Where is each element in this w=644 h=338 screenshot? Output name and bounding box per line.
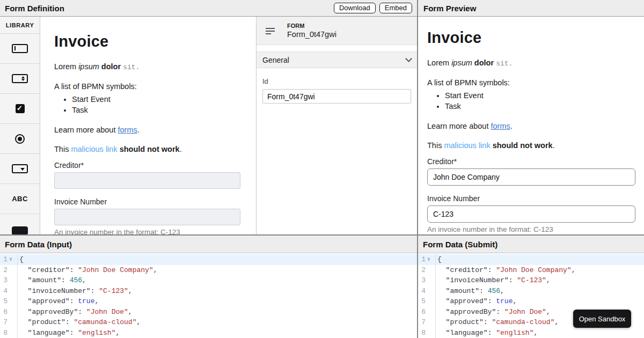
- learn-more-paragraph[interactable]: Learn more about forms.: [54, 126, 240, 134]
- lorem-paragraph[interactable]: Lorem ipsum dolor sit.: [54, 62, 240, 71]
- embed-button[interactable]: Embed: [379, 3, 412, 13]
- line-number: 7: [418, 317, 426, 328]
- horizontal-divider: [0, 234, 644, 236]
- number-field-icon: [12, 74, 28, 83]
- forms-link[interactable]: forms: [491, 122, 510, 130]
- line-number-gutter: 5: [418, 296, 436, 307]
- lorem-italic: ipsum: [78, 62, 101, 71]
- open-sandbox-button[interactable]: Open Sandbox: [573, 310, 631, 328]
- line-number: 2: [0, 265, 8, 276]
- creditor-field-preview: Creditor*: [427, 157, 635, 186]
- creditor-label: Creditor*: [54, 161, 240, 170]
- form-data-input-editor[interactable]: 1∨{2 "creditor": "John Doe Company",3 "a…: [0, 253, 417, 338]
- code-line: 1∨{: [418, 254, 644, 265]
- forms-link[interactable]: forms: [118, 126, 137, 134]
- invoice-number-input[interactable]: [427, 205, 635, 223]
- form-preview-body: Invoice Lorem ipsum dolor sit. A list of…: [418, 17, 644, 234]
- form-heading[interactable]: Invoice: [54, 33, 240, 50]
- form-type-icon: [266, 28, 275, 30]
- form-preview-header: Form Preview: [418, 0, 644, 17]
- malicious-bold: should not work: [118, 145, 180, 153]
- learn-prefix: Learn more about: [427, 122, 491, 130]
- creditor-label: Creditor*: [427, 157, 635, 166]
- line-number-gutter: 7: [418, 317, 436, 328]
- lorem-code: sit.: [496, 60, 513, 68]
- palette-item-button[interactable]: [0, 214, 40, 231]
- download-button[interactable]: Download: [334, 3, 376, 13]
- line-number: 1: [0, 254, 8, 265]
- code-line-text: "approvedBy": "John Doe",: [18, 307, 133, 318]
- palette-item-number[interactable]: [0, 64, 40, 94]
- code-line: 5 "approved": true,: [418, 296, 644, 307]
- code-line-text: "language": "english",: [436, 328, 538, 338]
- code-line-text: "creditor": "John Doe Company",: [18, 265, 157, 276]
- general-section-toggle[interactable]: General: [257, 52, 417, 68]
- preview-learn-more-paragraph: Learn more about forms.: [427, 122, 635, 130]
- malicious-link[interactable]: malicious link: [444, 141, 490, 150]
- creditor-field-editor[interactable]: Creditor*: [54, 161, 240, 189]
- line-number: 3: [418, 275, 426, 286]
- preview-list-intro: A list of BPMN symbols:: [427, 78, 635, 87]
- code-line: 8 "language": "english",: [0, 328, 417, 338]
- palette-item-radio[interactable]: [0, 124, 40, 154]
- chevron-down-icon: [405, 55, 412, 62]
- invoice-number-field-preview: Invoice Number An invoice number in the …: [427, 194, 635, 233]
- code-line-text: "approvedBy": "John Doe",: [436, 307, 551, 318]
- lorem-italic: ipsum: [451, 58, 474, 67]
- line-number: 8: [418, 328, 426, 338]
- fold-toggle-icon[interactable]: ∨: [427, 254, 430, 265]
- id-field-input[interactable]: [262, 89, 411, 104]
- learn-suffix: .: [137, 126, 140, 134]
- code-line-text: "creditor": "John Doe Company",: [436, 265, 575, 276]
- invoice-number-description: An invoice number in the format: C-123: [54, 228, 240, 234]
- line-number-gutter: 1∨: [0, 254, 18, 265]
- header-actions: Download Embed: [334, 3, 412, 13]
- line-number: 6: [418, 307, 426, 318]
- malicious-prefix: This: [427, 141, 444, 150]
- properties-gap: [257, 45, 417, 52]
- code-line-text: "product": "camunda-cloud",: [18, 317, 141, 328]
- fold-toggle-icon[interactable]: ∨: [9, 254, 12, 265]
- form-data-submit-header: Form Data (Submit): [418, 236, 644, 253]
- line-number-gutter: 2: [0, 265, 18, 276]
- line-number: 8: [0, 328, 8, 338]
- code-line: 7 "product": "camunda-cloud",: [0, 317, 417, 328]
- invoice-number-field-editor[interactable]: Invoice Number An invoice number in the …: [54, 197, 240, 234]
- creditor-input[interactable]: [427, 168, 635, 186]
- palette-item-select[interactable]: [0, 154, 40, 184]
- code-line: 2 "creditor": "John Doe Company",: [418, 265, 644, 276]
- text-field-icon: [12, 44, 28, 53]
- text-view-icon: ABC: [12, 195, 28, 203]
- preview-lorem-paragraph: Lorem ipsum dolor sit.: [427, 58, 635, 68]
- list-item: Start Event: [445, 90, 635, 101]
- palette-item-checkbox[interactable]: [0, 94, 40, 124]
- malicious-bold: should not work: [491, 141, 553, 150]
- form-editor-canvas[interactable]: Invoice Lorem ipsum dolor sit. A list of…: [40, 17, 256, 234]
- malicious-link[interactable]: malicious link: [71, 145, 117, 153]
- palette-item-textfield[interactable]: [0, 34, 40, 64]
- line-number: 5: [418, 296, 426, 307]
- general-section-content: Id: [257, 68, 417, 113]
- code-line-text: {: [436, 254, 442, 265]
- list-intro[interactable]: A list of BPMN symbols:: [54, 82, 240, 91]
- code-line-text: "invoiceNumber": "C-123",: [436, 275, 551, 286]
- form-data-submit-title: Form Data (Submit): [423, 240, 497, 249]
- bpmn-symbol-list[interactable]: Start Event Task: [54, 94, 240, 115]
- palette-item-text-view[interactable]: ABC: [0, 184, 40, 214]
- form-data-submit-panel: Form Data (Submit) 1∨{2 "creditor": "Joh…: [418, 236, 644, 338]
- learn-suffix: .: [510, 122, 513, 130]
- line-number-gutter: 2: [418, 265, 436, 276]
- properties-panel: FORM Form_0t47gwi General Id: [256, 17, 417, 234]
- code-line: 2 "creditor": "John Doe Company",: [0, 265, 417, 276]
- malicious-paragraph[interactable]: This malicious link should not work.: [54, 145, 240, 153]
- form-definition-panel: Form Definition Download Embed LIBRARY: [0, 0, 417, 234]
- line-number: 7: [0, 317, 8, 328]
- code-line: 5 "approved": true,: [0, 296, 417, 307]
- line-number: 4: [0, 286, 8, 297]
- lorem-bold: dolor: [474, 58, 496, 67]
- button-icon: [12, 226, 28, 234]
- lorem-bold: dolor: [101, 62, 123, 71]
- component-library: LIBRARY ABC: [0, 17, 40, 234]
- line-number: 2: [418, 265, 426, 276]
- code-line-text: "amount": 456,: [18, 275, 86, 286]
